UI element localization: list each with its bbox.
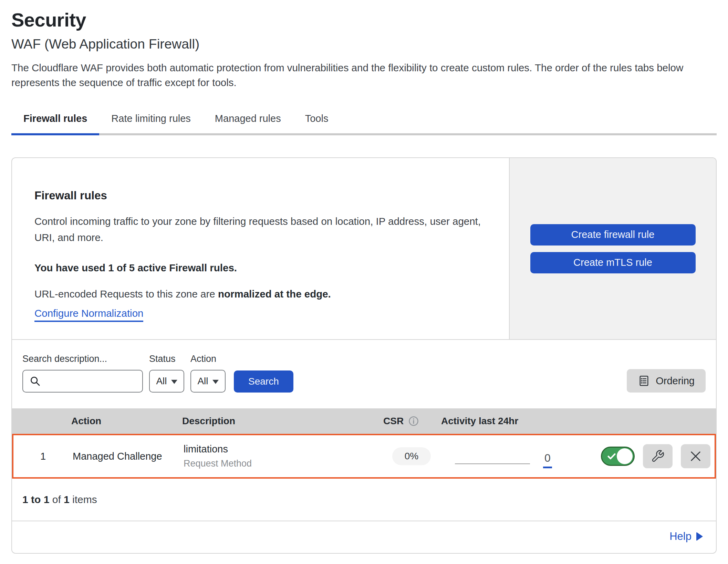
normalization-note-bold: normalized at the edge. (218, 288, 331, 300)
rules-filter-bar: Search description... Status All (12, 340, 716, 408)
rule-expression-summary: Request Method (184, 458, 381, 469)
chevron-down-icon (171, 380, 177, 384)
help-link[interactable]: Help (669, 530, 691, 543)
tab-tools[interactable]: Tools (293, 113, 341, 135)
status-filter-label: Status (149, 354, 184, 364)
header-action: Action (71, 416, 182, 427)
pagination-range: 1 to 1 (22, 494, 49, 505)
page-title: Security (11, 9, 718, 31)
card-footer: Help (12, 521, 716, 553)
toggle-knob (617, 448, 633, 464)
tab-rate-limiting-rules[interactable]: Rate limiting rules (99, 113, 202, 135)
rule-controls (601, 444, 717, 468)
rule-enabled-toggle[interactable] (601, 447, 635, 466)
rules-table-header: Action Description CSR Activity last 24h… (12, 408, 716, 434)
normalization-note: URL-encoded Requests to this zone are no… (34, 288, 488, 300)
status-filter-select[interactable]: All (149, 370, 184, 393)
action-filter-label: Action (190, 354, 226, 364)
section-description: Control incoming traffic to your zone by… (34, 213, 482, 246)
rule-priority-number: 1 (13, 451, 73, 462)
search-input[interactable] (44, 376, 137, 387)
activity-sparkline (455, 463, 530, 464)
pagination-of: of (52, 494, 61, 505)
chevron-down-icon (212, 380, 219, 384)
search-description-group: Search description... (22, 354, 143, 393)
search-icon (29, 375, 41, 387)
rule-csr-cell: 0% (381, 447, 443, 465)
create-mtls-rule-button[interactable]: Create mTLS rule (530, 252, 696, 273)
pagination-items: items (72, 494, 97, 505)
section-heading: Firewall rules (34, 189, 488, 202)
page-description: The Cloudflare WAF provides both automat… (11, 61, 710, 90)
rule-action: Managed Challenge (73, 451, 184, 462)
firewall-rule-row[interactable]: 1 Managed Challenge limitations Request … (12, 434, 716, 479)
header-activity: Activity last 24hr (441, 416, 600, 427)
close-icon (688, 449, 703, 463)
create-rule-panel: Create firewall rule Create mTLS rule (509, 158, 716, 339)
create-firewall-rule-button[interactable]: Create firewall rule (530, 224, 696, 246)
search-input-box[interactable] (22, 370, 143, 393)
edit-rule-button[interactable] (643, 444, 673, 468)
search-description-label: Search description... (22, 354, 143, 364)
csr-badge: 0% (392, 447, 431, 465)
ordering-button-label: Ordering (656, 375, 695, 387)
header-description: Description (182, 416, 379, 427)
action-filter-select[interactable]: All (190, 370, 226, 393)
status-filter-group: Status All (149, 354, 184, 393)
activity-count-link[interactable]: 0 (543, 452, 552, 468)
tab-firewall-rules[interactable]: Firewall rules (11, 113, 99, 135)
page-subtitle: WAF (Web Application Firewall) (11, 36, 718, 52)
usage-summary: You have used 1 of 5 active Firewall rul… (34, 262, 488, 274)
firewall-rules-summary-text: Firewall rules Control incoming traffic … (12, 158, 509, 339)
tab-managed-rules[interactable]: Managed rules (203, 113, 293, 135)
ordering-button[interactable]: Ordering (627, 369, 706, 393)
check-icon (606, 451, 617, 461)
status-filter-value: All (156, 376, 167, 387)
arrow-right-icon (696, 532, 703, 541)
action-filter-value: All (197, 376, 208, 387)
action-filter-group: Action All (190, 354, 226, 393)
search-button[interactable]: Search (234, 370, 293, 393)
wrench-icon (651, 449, 665, 463)
rule-activity-cell: 0 (443, 435, 601, 477)
security-waf-page: Security WAF (Web Application Firewall) … (0, 0, 728, 554)
rule-description-cell: limitations Request Method (184, 443, 381, 469)
pagination-summary: 1 to 1 of 1 items (12, 479, 716, 521)
delete-rule-button[interactable] (681, 444, 710, 468)
header-csr-label: CSR (383, 416, 404, 427)
info-icon[interactable] (408, 415, 419, 427)
header-csr: CSR (379, 415, 441, 427)
normalization-note-text: URL-encoded Requests to this zone are (34, 288, 218, 300)
rules-tab-bar: Firewall rules Rate limiting rules Manag… (11, 113, 717, 135)
rule-description: limitations (184, 443, 381, 455)
firewall-rules-card: Firewall rules Control incoming traffic … (11, 157, 717, 554)
list-document-icon (638, 375, 650, 387)
pagination-total: 1 (64, 494, 70, 505)
configure-normalization-link[interactable]: Configure Normalization (34, 307, 143, 322)
firewall-rules-summary-section: Firewall rules Control incoming traffic … (12, 158, 716, 340)
